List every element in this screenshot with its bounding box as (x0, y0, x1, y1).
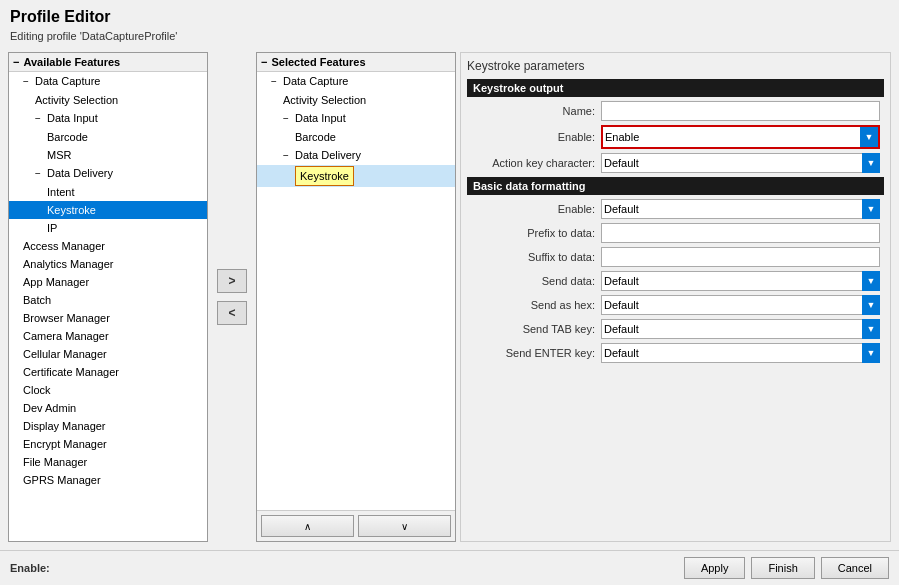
send-hex-select-wrapper: Default Yes No ▼ (601, 295, 880, 315)
prefix-row: Prefix to data: (467, 223, 884, 243)
left-intent[interactable]: Intent (9, 183, 207, 201)
prefix-input[interactable] (601, 223, 880, 243)
left-access-manager[interactable]: Access Manager (9, 237, 207, 255)
prefix-label: Prefix to data: (471, 227, 601, 239)
left-clock[interactable]: Clock (9, 381, 207, 399)
right-data-delivery[interactable]: −Data Delivery (257, 146, 455, 165)
properties-panel: Keystroke parameters Keystroke output Na… (460, 52, 891, 542)
left-data-delivery[interactable]: −Data Delivery (9, 164, 207, 183)
bottom-buttons: Apply Finish Cancel (684, 557, 889, 579)
send-tab-row: Send TAB key: Default Yes No ▼ (467, 319, 884, 339)
send-tab-select-wrapper: Default Yes No ▼ (601, 319, 880, 339)
expand-icon: − (23, 74, 33, 90)
profile-editor-window: Profile Editor Editing profile 'DataCapt… (0, 0, 899, 585)
bottom-enable-label: Enable: (10, 562, 50, 574)
basic-enable-label: Enable: (471, 203, 601, 215)
add-button[interactable]: > (217, 269, 247, 293)
available-features-title: Available Features (23, 56, 120, 68)
send-enter-row: Send ENTER key: Default Yes No ▼ (467, 343, 884, 363)
selected-expand-icon: − (261, 56, 267, 68)
send-data-label: Send data: (471, 275, 601, 287)
keystroke-output-header: Keystroke output (467, 79, 884, 97)
left-dev-admin[interactable]: Dev Admin (9, 399, 207, 417)
left-app-manager[interactable]: App Manager (9, 273, 207, 291)
expand-icon: − (35, 166, 45, 182)
cancel-button[interactable]: Cancel (821, 557, 889, 579)
available-expand-icon: − (13, 56, 19, 68)
send-enter-select-wrapper: Default Yes No ▼ (601, 343, 880, 363)
left-analytics-manager[interactable]: Analytics Manager (9, 255, 207, 273)
middle-buttons: > < (212, 52, 252, 542)
selected-features-title: Selected Features (271, 56, 365, 68)
suffix-label: Suffix to data: (471, 251, 601, 263)
selected-features-header: − Selected Features (257, 53, 455, 72)
left-file-manager[interactable]: File Manager (9, 453, 207, 471)
enable-label: Enable: (471, 131, 601, 143)
basic-enable-row: Enable: Default Enable Disable ▼ (467, 199, 884, 219)
expand-icon: − (283, 111, 293, 127)
left-data-capture[interactable]: −Data Capture (9, 72, 207, 91)
basic-enable-select[interactable]: Default Enable Disable (601, 199, 880, 219)
apply-button[interactable]: Apply (684, 557, 746, 579)
send-hex-row: Send as hex: Default Yes No ▼ (467, 295, 884, 315)
left-activity-selection[interactable]: Activity Selection (9, 91, 207, 109)
name-row: Name: (467, 101, 884, 121)
enable-select[interactable]: Enable Disable Default (603, 127, 878, 147)
available-features-panel: − Available Features −Data Capture Activ… (8, 52, 208, 542)
send-data-select-wrapper: Default Yes No ▼ (601, 271, 880, 291)
send-data-select[interactable]: Default Yes No (601, 271, 880, 291)
left-batch[interactable]: Batch (9, 291, 207, 309)
send-enter-select[interactable]: Default Yes No (601, 343, 880, 363)
bottom-bar: Enable: Apply Finish Cancel (0, 550, 899, 585)
suffix-input[interactable] (601, 247, 880, 267)
main-content: − Available Features −Data Capture Activ… (0, 48, 899, 550)
left-data-input[interactable]: −Data Input (9, 109, 207, 128)
left-gprs-manager[interactable]: GPRS Manager (9, 471, 207, 489)
right-barcode[interactable]: Barcode (257, 128, 455, 146)
left-certificate-manager[interactable]: Certificate Manager (9, 363, 207, 381)
left-keystroke[interactable]: Keystroke (9, 201, 207, 219)
action-key-select-wrapper: Default Tab Enter None ▼ (601, 153, 880, 173)
suffix-row: Suffix to data: (467, 247, 884, 267)
expand-icon: − (283, 148, 293, 164)
left-display-manager[interactable]: Display Manager (9, 417, 207, 435)
basic-formatting-header: Basic data formatting (467, 177, 884, 195)
left-ip[interactable]: IP (9, 219, 207, 237)
remove-button[interactable]: < (217, 301, 247, 325)
left-barcode[interactable]: Barcode (9, 128, 207, 146)
window-subtitle: Editing profile 'DataCaptureProfile' (0, 28, 899, 48)
properties-title: Keystroke parameters (467, 59, 884, 73)
right-data-capture[interactable]: −Data Capture (257, 72, 455, 91)
send-tab-label: Send TAB key: (471, 323, 601, 335)
send-hex-label: Send as hex: (471, 299, 601, 311)
action-key-select[interactable]: Default Tab Enter None (601, 153, 880, 173)
right-activity-selection[interactable]: Activity Selection (257, 91, 455, 109)
left-encrypt-manager[interactable]: Encrypt Manager (9, 435, 207, 453)
send-tab-select[interactable]: Default Yes No (601, 319, 880, 339)
finish-button[interactable]: Finish (751, 557, 814, 579)
tree-nav-buttons: ∧ ∨ (257, 510, 455, 541)
keystroke-label: Keystroke (295, 166, 354, 186)
title-bar: Profile Editor (0, 0, 899, 28)
left-camera-manager[interactable]: Camera Manager (9, 327, 207, 345)
window-title: Profile Editor (10, 8, 889, 26)
name-label: Name: (471, 105, 601, 117)
expand-icon: − (35, 111, 45, 127)
expand-icon: − (271, 74, 281, 90)
left-msr[interactable]: MSR (9, 146, 207, 164)
left-cellular-manager[interactable]: Cellular Manager (9, 345, 207, 363)
send-enter-label: Send ENTER key: (471, 347, 601, 359)
send-data-row: Send data: Default Yes No ▼ (467, 271, 884, 291)
enable-select-wrapper: Enable Disable Default ▼ (601, 125, 880, 149)
move-down-button[interactable]: ∨ (358, 515, 451, 537)
right-keystroke[interactable]: Keystroke (257, 165, 455, 187)
right-data-input[interactable]: −Data Input (257, 109, 455, 128)
move-up-button[interactable]: ∧ (261, 515, 354, 537)
selected-features-panel: − Selected Features −Data Capture Activi… (256, 52, 456, 542)
enable-row: Enable: Enable Disable Default ▼ (467, 125, 884, 149)
available-features-header: − Available Features (9, 53, 207, 72)
name-input[interactable] (601, 101, 880, 121)
basic-enable-select-wrapper: Default Enable Disable ▼ (601, 199, 880, 219)
send-hex-select[interactable]: Default Yes No (601, 295, 880, 315)
left-browser-manager[interactable]: Browser Manager (9, 309, 207, 327)
